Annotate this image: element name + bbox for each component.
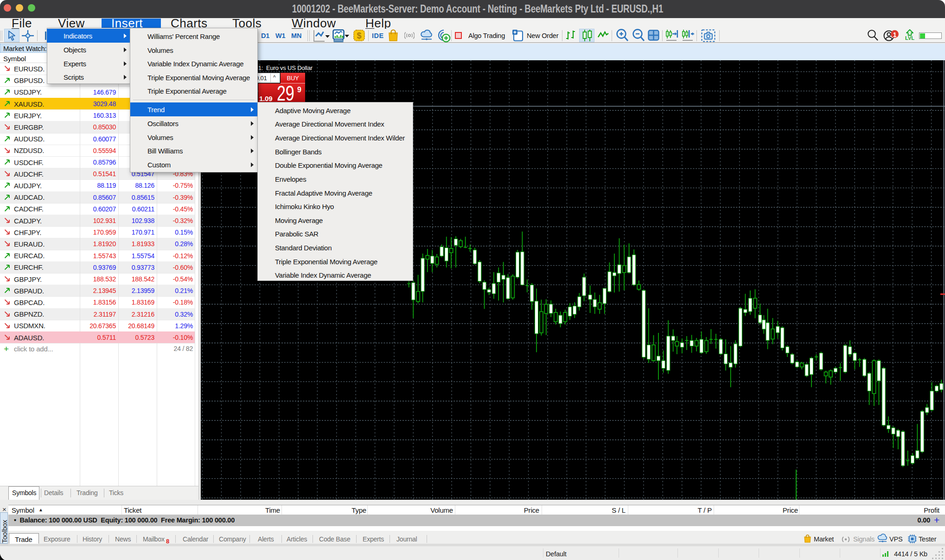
svg-text:$: $ bbox=[357, 31, 361, 40]
